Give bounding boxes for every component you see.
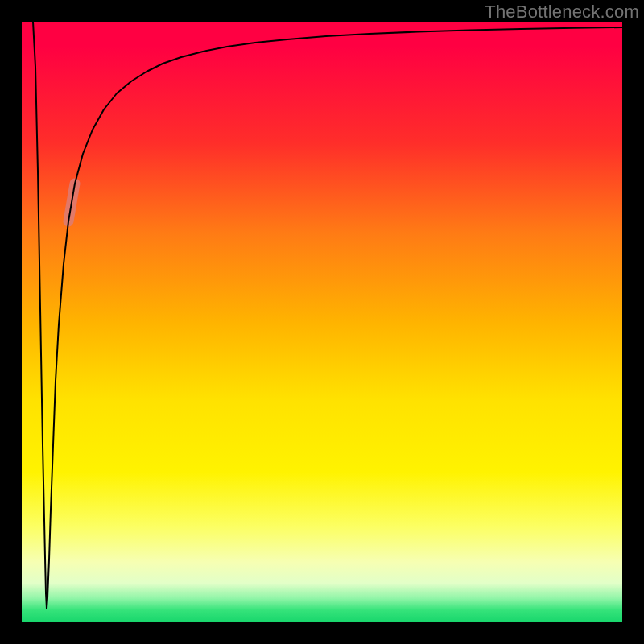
chart-frame: TheBottleneck.com [0, 0, 644, 644]
chart-svg [22, 22, 622, 622]
plot-area [22, 22, 622, 622]
frame-border-right [622, 0, 644, 644]
frame-border-left [0, 0, 22, 644]
frame-border-bottom [0, 622, 644, 644]
watermark-label: TheBottleneck.com [485, 2, 639, 23]
data-curve [33, 22, 622, 609]
